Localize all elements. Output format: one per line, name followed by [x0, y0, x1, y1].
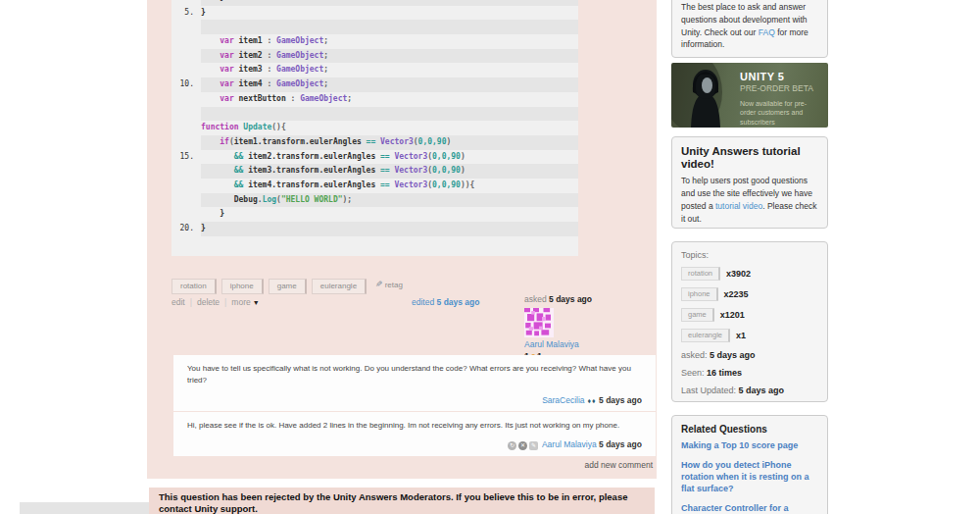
tag-pill[interactable]: eulerangle: [312, 279, 367, 294]
code-line-text: && item2.transform.eulerAngles == Vector…: [201, 150, 578, 165]
tag-pills-container: rotationiphonegameeulerangle: [172, 275, 371, 294]
asked-label: asked: [524, 294, 547, 304]
code-line-text: [201, 20, 578, 34]
code-line-number: 20.: [172, 222, 201, 236]
code-line-number: [172, 179, 201, 193]
comment-convert-icon[interactable]: ↻: [508, 441, 516, 450]
code-line: var item3 : GameObject;: [172, 63, 578, 77]
comment-delete-icon[interactable]: ✕: [518, 441, 527, 450]
code-line-text: var item4 : GameObject;: [201, 77, 578, 92]
avatar-identicon[interactable]: [524, 308, 554, 337]
sidebar-topics-box: Topics: rotationx3902iphonex2235gamex120…: [671, 241, 828, 402]
code-line-number: [172, 34, 201, 49]
page: }5.} var item1 : GameObject; var item2 :…: [0, 0, 980, 514]
topic-count: x1201: [720, 310, 745, 320]
tag-pill[interactable]: iphone: [221, 279, 264, 294]
hooded-figure-image: [671, 63, 740, 128]
more-link[interactable]: more▼: [220, 297, 260, 307]
topic-row: iphonex2235: [681, 287, 818, 301]
code-line-text: var item3 : GameObject;: [201, 63, 578, 77]
comment-time: 5 days ago: [597, 439, 642, 449]
code-line-text: function Update(){: [201, 121, 578, 135]
code-line: Debug.Log("HELLO WORLD");: [172, 193, 578, 208]
topic-tag-pill[interactable]: game: [681, 308, 714, 322]
comment-edit-icon[interactable]: ✎: [529, 441, 538, 450]
code-line-number: 15.: [172, 150, 201, 165]
code-block-lines: }5.} var item1 : GameObject; var item2 :…: [172, 0, 578, 236]
unity5-preorder-banner[interactable]: UNITY 5 PRE-ORDER BETA Now available for…: [671, 63, 828, 128]
topics-list: rotationx3902iphonex2235gamex1201euleran…: [681, 267, 818, 342]
comment-author-link[interactable]: SaraCecilia: [542, 395, 584, 405]
stat-seen-value: 16 times: [707, 368, 742, 378]
stat-updated: Last Updated: 5 days ago: [681, 386, 818, 395]
code-line-number: 10.: [172, 77, 201, 92]
related-question-link[interactable]: Making a Top 10 score page: [681, 439, 818, 451]
topic-tag-pill[interactable]: rotation: [681, 267, 720, 281]
add-new-comment-link[interactable]: add new comment: [585, 460, 653, 470]
code-line-number: [172, 164, 201, 179]
code-line: 20.}: [172, 222, 578, 236]
related-question-link[interactable]: How do you detect iPhone rotation when i…: [681, 459, 818, 494]
tutorial-text: To help users post good questions and us…: [681, 175, 818, 225]
edited-info-link[interactable]: edited 5 days ago: [412, 297, 479, 307]
comment-author-link[interactable]: Aarul Malaviya: [542, 439, 597, 449]
tutorial-video-link[interactable]: tutorial video: [715, 201, 762, 211]
code-block: }5.} var item1 : GameObject; var item2 :…: [172, 0, 578, 256]
question-panel: }5.} var item1 : GameObject; var item2 :…: [147, 0, 657, 479]
topic-count: x2235: [724, 289, 749, 299]
retag-button[interactable]: ✎retag: [375, 280, 403, 289]
stat-seen: Seen: 16 times: [681, 368, 818, 378]
banner-body: Now available for pre-order customers an…: [740, 99, 818, 127]
asked-line: asked 5 days ago: [524, 294, 632, 304]
code-line-number: [172, 20, 201, 34]
topic-tag-pill[interactable]: iphone: [681, 287, 718, 301]
code-line: [172, 107, 578, 122]
code-line: && item4.transform.eulerAngles == Vector…: [172, 179, 578, 193]
code-line: 10. var item4 : GameObject;: [172, 77, 578, 92]
banner-title: UNITY 5: [740, 71, 818, 82]
faq-link[interactable]: FAQ: [759, 27, 775, 37]
page-footer-edge: [20, 502, 149, 514]
code-line-number: [172, 135, 201, 150]
stat-asked-value: 5 days ago: [710, 350, 756, 360]
delete-link[interactable]: delete: [185, 297, 220, 307]
topic-tag-pill[interactable]: eulerangle: [681, 329, 730, 342]
tag-pill[interactable]: game: [269, 279, 307, 294]
question-author-link[interactable]: Aarul Malaviya: [524, 339, 632, 349]
tag-pill[interactable]: rotation: [172, 279, 217, 294]
code-line-number: [172, 207, 201, 222]
code-line-text: var nextButton : GameObject;: [201, 92, 578, 107]
question-meta-row: editdeletemore▼ edited 5 days ago asked …: [172, 294, 632, 353]
code-line: 15. && item2.transform.eulerAngles == Ve…: [172, 150, 578, 165]
question-action-links: editdeletemore▼: [172, 297, 260, 307]
tags-row: rotationiphonegameeulerangle ✎retag: [172, 275, 403, 294]
stat-updated-value: 5 days ago: [739, 386, 785, 395]
comment-time: 5 days ago: [597, 395, 642, 405]
topic-count: x3902: [726, 269, 751, 279]
code-line: var item1 : GameObject;: [172, 34, 578, 49]
code-line-number: [172, 121, 201, 135]
code-line-text: [201, 107, 578, 122]
code-line: var item2 : GameObject;: [172, 49, 578, 64]
topic-row: euleranglex1: [681, 329, 818, 342]
code-line-text: }: [201, 6, 578, 21]
code-line-number: [172, 92, 201, 107]
code-line-number: [172, 107, 201, 122]
stat-seen-label: Seen:: [681, 368, 705, 378]
related-question-link[interactable]: Character Controller for a vehicle?: [681, 502, 818, 514]
tutorial-heading: Unity Answers tutorial video!: [681, 145, 818, 171]
code-line: }: [172, 207, 578, 222]
related-links-list: Making a Top 10 score pageHow do you det…: [681, 439, 818, 514]
code-line-text: var item2 : GameObject;: [201, 49, 578, 64]
related-heading: Related Questions: [681, 424, 818, 436]
sidebar-related-box: Related Questions Making a Top 10 score …: [671, 415, 828, 514]
sidebar-tutorial-box: Unity Answers tutorial video! To help us…: [671, 136, 828, 229]
comment-attribution: SaraCecilia ♦♦ 5 days ago: [187, 395, 642, 405]
code-line-text: && item4.transform.eulerAngles == Vector…: [201, 179, 578, 193]
code-line-text: }: [201, 207, 578, 222]
banner-subtitle: PRE-ORDER BETA: [740, 83, 818, 93]
comment-text: Hi, please see if the is ok. Have added …: [187, 420, 642, 432]
edit-link[interactable]: edit: [172, 297, 185, 307]
rejection-notice: This question has been rejected by the U…: [149, 488, 655, 514]
stat-asked-label: asked:: [681, 350, 708, 360]
